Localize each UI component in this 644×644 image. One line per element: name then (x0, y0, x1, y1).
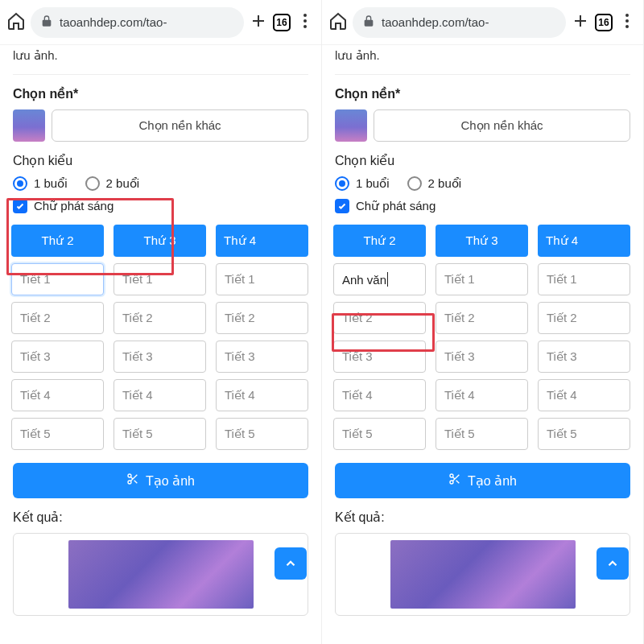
tab-count[interactable]: 16 (595, 14, 613, 31)
radio-1-buoi[interactable]: 1 buổi (13, 176, 68, 191)
screenshot-right: taoanhdep.com/tao- 16 lưu ảnh. Chọn nền*… (322, 0, 644, 644)
period-input[interactable]: Tiết 2 (114, 302, 206, 334)
period-input[interactable]: Tiết 4 (538, 379, 630, 411)
lock-icon (362, 14, 375, 30)
create-image-button[interactable]: Tạo ảnh (335, 463, 630, 498)
svg-point-6 (625, 19, 629, 23)
period-input[interactable]: Tiết 3 (436, 341, 528, 373)
tab-count[interactable]: 16 (273, 14, 291, 31)
timetable-grid: Thứ 2 Anh văn Tiết 2 Tiết 3 Tiết 4 Tiết … (333, 225, 630, 450)
period-input[interactable]: Tiết 3 (333, 341, 426, 373)
background-label: Chọn nền* (13, 86, 308, 101)
period-input[interactable]: Tiết 2 (333, 302, 426, 334)
timetable-grid: Thứ 2 Tiết 1 Tiết 2 Tiết 3 Tiết 4 Tiết 5… (11, 225, 308, 450)
screenshot-left: taoanhdep.com/tao- 16 lưu ảnh. Chọn nền*… (0, 0, 322, 644)
scissors-icon (126, 473, 139, 489)
svg-point-7 (625, 25, 629, 28)
period-input[interactable]: Tiết 1 (11, 263, 104, 295)
scroll-to-top-button[interactable] (275, 547, 307, 580)
checkbox-chu-phat-sang[interactable]: Chữ phát sáng (13, 199, 308, 213)
svg-point-0 (303, 14, 307, 17)
period-input[interactable]: Tiết 1 (114, 263, 206, 295)
period-input[interactable]: Tiết 2 (538, 302, 630, 334)
period-input[interactable]: Tiết 5 (11, 418, 104, 450)
period-input[interactable]: Tiết 4 (114, 379, 206, 411)
background-thumbnail[interactable] (13, 109, 45, 142)
radio-icon (407, 176, 422, 191)
period-input[interactable]: Anh văn (333, 263, 426, 295)
radio-2-buoi[interactable]: 2 buổi (407, 176, 462, 191)
svg-point-9 (450, 481, 453, 484)
text-cursor (387, 272, 388, 287)
period-input[interactable]: Tiết 2 (216, 302, 308, 334)
truncated-text: lưu ảnh. (335, 45, 630, 69)
period-input[interactable]: Tiết 1 (436, 263, 528, 295)
period-input[interactable]: Tiết 4 (436, 379, 528, 411)
checkbox-chu-phat-sang[interactable]: Chữ phát sáng (335, 199, 630, 213)
menu-icon[interactable] (295, 11, 315, 34)
result-image (68, 540, 254, 609)
period-input[interactable]: Tiết 3 (538, 341, 630, 373)
scroll-to-top-button[interactable] (597, 547, 629, 580)
period-input[interactable]: Tiết 5 (333, 418, 426, 450)
day-header[interactable]: Thứ 4 (538, 225, 630, 257)
choose-background-button[interactable]: Chọn nền khác (52, 109, 308, 142)
period-input[interactable]: Tiết 3 (216, 341, 308, 373)
checkbox-icon (335, 199, 349, 213)
period-input[interactable]: Tiết 5 (216, 418, 308, 450)
period-input[interactable]: Tiết 4 (216, 379, 308, 411)
day-header[interactable]: Thứ 2 (11, 225, 104, 257)
background-label: Chọn nền* (335, 86, 630, 101)
period-input[interactable]: Tiết 5 (538, 418, 630, 450)
period-input[interactable]: Tiết 3 (11, 341, 104, 373)
period-input[interactable]: Tiết 2 (436, 302, 528, 334)
svg-point-4 (128, 481, 131, 484)
page-content: lưu ảnh. Chọn nền* Chọn nền khác Chọn ki… (0, 45, 321, 644)
choose-background-button[interactable]: Chọn nền khác (374, 109, 630, 142)
period-input[interactable]: Tiết 4 (333, 379, 426, 411)
day-header[interactable]: Thứ 3 (114, 225, 206, 257)
day-header[interactable]: Thứ 4 (216, 225, 308, 257)
url-bar[interactable]: taoanhdep.com/tao- (31, 7, 244, 38)
day-header[interactable]: Thứ 3 (436, 225, 528, 257)
url-bar[interactable]: taoanhdep.com/tao- (353, 7, 566, 38)
period-input[interactable]: Tiết 1 (538, 263, 630, 295)
day-header[interactable]: Thứ 2 (333, 225, 426, 257)
period-input[interactable]: Tiết 4 (11, 379, 104, 411)
home-icon[interactable] (328, 11, 348, 34)
divider (13, 74, 308, 75)
result-box (13, 533, 308, 616)
url-text: taoanhdep.com/tao- (382, 15, 489, 29)
svg-point-3 (128, 474, 131, 477)
truncated-text: lưu ảnh. (13, 45, 308, 69)
radio-icon (13, 176, 27, 191)
result-box (335, 533, 630, 616)
radio-2-buoi[interactable]: 2 buổi (85, 176, 140, 191)
checkbox-icon (13, 199, 27, 213)
new-tab-icon[interactable] (571, 11, 590, 34)
lock-icon (40, 14, 53, 30)
result-label: Kết quả: (13, 510, 308, 525)
create-image-button[interactable]: Tạo ảnh (13, 463, 308, 498)
browser-chrome: taoanhdep.com/tao- 16 (322, 0, 643, 45)
background-thumbnail[interactable] (335, 109, 367, 142)
svg-point-1 (303, 19, 307, 23)
result-image (390, 540, 576, 609)
divider (335, 74, 630, 75)
period-input[interactable]: Tiết 3 (114, 341, 206, 373)
style-label: Chọn kiểu (335, 153, 630, 168)
period-input[interactable]: Tiết 5 (114, 418, 206, 450)
radio-icon (335, 176, 349, 191)
radio-icon (85, 176, 100, 191)
period-input[interactable]: Tiết 1 (216, 263, 308, 295)
new-tab-icon[interactable] (249, 11, 268, 34)
menu-icon[interactable] (617, 11, 637, 34)
style-label: Chọn kiểu (13, 153, 308, 168)
radio-1-buoi[interactable]: 1 buổi (335, 176, 390, 191)
period-input[interactable]: Tiết 5 (436, 418, 528, 450)
svg-point-5 (625, 14, 629, 17)
page-content: lưu ảnh. Chọn nền* Chọn nền khác Chọn ki… (322, 45, 643, 644)
period-input[interactable]: Tiết 2 (11, 302, 104, 334)
svg-point-2 (303, 25, 307, 28)
home-icon[interactable] (6, 11, 26, 34)
